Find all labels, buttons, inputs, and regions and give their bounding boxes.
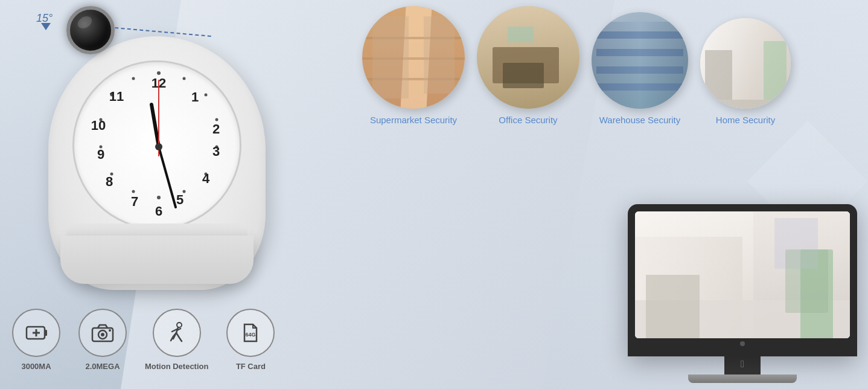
monitor-neck:  [724, 356, 761, 375]
svg-text:11: 11 [109, 89, 124, 104]
feature-sdcard: 64G TF Card [226, 309, 275, 371]
svg-point-0 [157, 71, 161, 75]
use-case-office: Office Security [477, 6, 579, 125]
clock-face-svg: 12 1 2 3 4 5 6 7 8 9 10 11 [74, 62, 243, 231]
monitor-chin [635, 338, 850, 349]
supermarket-label: Supermarket Security [370, 115, 457, 125]
svg-point-1 [183, 77, 186, 80]
battery-icon-circle [12, 309, 60, 357]
svg-text:5: 5 [176, 192, 183, 207]
use-case-warehouse: Warehouse Security [592, 12, 688, 125]
svg-text:2: 2 [212, 121, 220, 137]
battery-label: 3000MA [21, 362, 51, 371]
svg-text:1: 1 [191, 89, 199, 104]
svg-point-36 [101, 333, 104, 336]
sdcard-icon-circle: 64G [226, 309, 275, 357]
right-section: Supermarket Security Office Security [362, 0, 868, 389]
warehouse-image [592, 12, 688, 109]
svg-line-26 [152, 104, 159, 147]
sdcard-label: TF Card [236, 362, 266, 371]
monitor-stand [688, 375, 797, 383]
dashed-line-decoration [115, 27, 211, 37]
feature-battery: 3000MA [12, 309, 60, 371]
monitor-screen [635, 211, 850, 338]
office-image [477, 6, 579, 109]
use-cases-row: Supermarket Security Office Security [362, 6, 791, 125]
svg-text:4: 4 [202, 171, 210, 186]
bottom-icons: 3000MA 2.0MEGA [12, 309, 275, 371]
monitor-section:  [628, 204, 857, 383]
feature-camera: 2.0MEGA [78, 309, 127, 371]
feature-motion: Motion Detection [145, 309, 208, 371]
clock-base [60, 236, 254, 284]
svg-text:64G: 64G [246, 332, 256, 338]
monitor-outer [628, 204, 857, 356]
svg-point-37 [109, 329, 111, 332]
svg-point-38 [177, 323, 182, 327]
svg-point-29 [155, 143, 162, 150]
camera-icon [89, 320, 116, 346]
svg-point-7 [157, 196, 161, 199]
motion-icon-circle [153, 309, 201, 357]
svg-text:9: 9 [97, 147, 104, 162]
sdcard-icon: 64G [237, 320, 264, 346]
warehouse-label: Warehouse Security [599, 115, 681, 125]
svg-text:7: 7 [131, 194, 138, 209]
camera-icon-circle [78, 309, 127, 357]
camera-lens-icon [66, 6, 115, 54]
svg-point-8 [132, 190, 135, 193]
supermarket-image [362, 6, 465, 109]
home-image [700, 18, 791, 109]
svg-text:8: 8 [106, 174, 113, 189]
svg-text:3: 3 [212, 144, 220, 159]
svg-text:6: 6 [155, 204, 162, 219]
apple-logo-icon:  [741, 359, 744, 370]
clock-face: 12 1 2 3 4 5 6 7 8 9 10 11 [72, 60, 241, 230]
svg-point-13 [132, 77, 135, 80]
use-case-supermarket: Supermarket Security [362, 6, 465, 125]
office-label: Office Security [499, 115, 557, 125]
motion-icon [164, 320, 190, 346]
home-label: Home Security [716, 115, 775, 125]
svg-text:10: 10 [91, 118, 106, 133]
camera-label: 2.0MEGA [85, 362, 120, 371]
battery-icon [23, 320, 49, 346]
use-case-home: Home Security [700, 18, 791, 125]
motion-label: Motion Detection [145, 362, 208, 371]
svg-point-3 [215, 118, 219, 121]
angle-arrow-icon [41, 23, 51, 30]
svg-line-27 [159, 147, 176, 207]
left-section: 15° [0, 0, 350, 389]
svg-rect-31 [45, 330, 47, 336]
svg-point-2 [205, 94, 208, 97]
